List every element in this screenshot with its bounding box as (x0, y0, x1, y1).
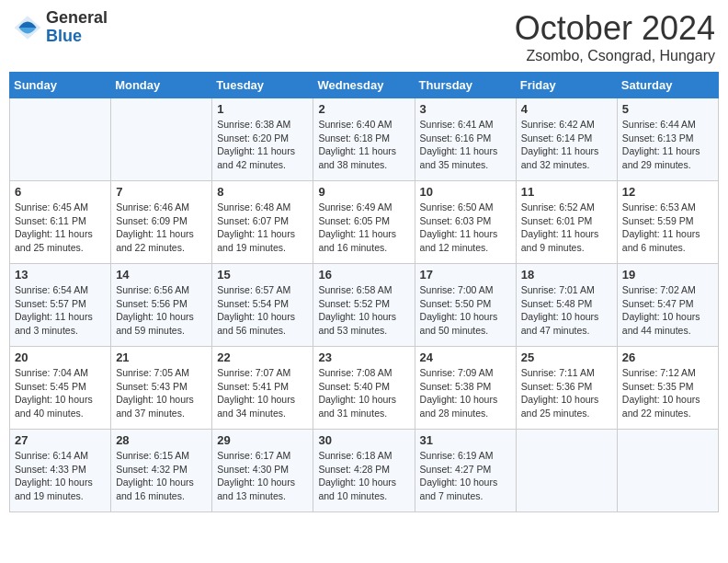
day-number: 28 (116, 433, 207, 447)
calendar-cell (111, 98, 212, 181)
day-number: 2 (318, 102, 409, 116)
day-number: 13 (15, 268, 106, 282)
calendar-header: SundayMondayTuesdayWednesdayThursdayFrid… (10, 73, 719, 98)
day-info: Sunrise: 6:42 AMSunset: 6:14 PMDaylight:… (521, 118, 612, 172)
calendar-cell: 1Sunrise: 6:38 AMSunset: 6:20 PMDaylight… (212, 98, 313, 181)
calendar-table: SundayMondayTuesdayWednesdayThursdayFrid… (9, 72, 719, 512)
day-number: 21 (116, 350, 207, 364)
day-info: Sunrise: 7:00 AMSunset: 5:50 PMDaylight:… (420, 283, 511, 338)
day-info: Sunrise: 6:40 AMSunset: 6:18 PMDaylight:… (318, 118, 409, 172)
calendar-cell: 13Sunrise: 6:54 AMSunset: 5:57 PMDayligh… (10, 264, 111, 347)
calendar-cell: 11Sunrise: 6:52 AMSunset: 6:01 PMDayligh… (516, 181, 617, 264)
day-info: Sunrise: 6:53 AMSunset: 5:59 PMDaylight:… (622, 201, 713, 255)
day-info: Sunrise: 6:46 AMSunset: 6:09 PMDaylight:… (116, 201, 207, 255)
calendar-cell: 12Sunrise: 6:53 AMSunset: 5:59 PMDayligh… (617, 181, 718, 264)
day-number: 5 (622, 102, 713, 116)
day-number: 27 (15, 433, 106, 447)
calendar-cell: 21Sunrise: 7:05 AMSunset: 5:43 PMDayligh… (111, 347, 212, 430)
day-number: 31 (420, 433, 511, 447)
day-number: 4 (521, 102, 612, 116)
day-info: Sunrise: 6:54 AMSunset: 5:57 PMDaylight:… (15, 283, 106, 338)
calendar-week-4: 20Sunrise: 7:04 AMSunset: 5:45 PMDayligh… (10, 347, 719, 430)
calendar-cell: 15Sunrise: 6:57 AMSunset: 5:54 PMDayligh… (212, 264, 313, 347)
day-info: Sunrise: 6:48 AMSunset: 6:07 PMDaylight:… (217, 201, 308, 255)
day-info: Sunrise: 6:45 AMSunset: 6:11 PMDaylight:… (15, 201, 106, 255)
day-number: 12 (622, 185, 713, 199)
calendar-cell: 20Sunrise: 7:04 AMSunset: 5:45 PMDayligh… (10, 347, 111, 430)
day-of-week-monday: Monday (111, 73, 212, 98)
day-info: Sunrise: 6:49 AMSunset: 6:05 PMDaylight:… (318, 201, 409, 255)
calendar-week-2: 6Sunrise: 6:45 AMSunset: 6:11 PMDaylight… (10, 181, 719, 264)
day-info: Sunrise: 6:14 AMSunset: 4:33 PMDaylight:… (15, 449, 106, 503)
day-info: Sunrise: 7:09 AMSunset: 5:38 PMDaylight:… (420, 366, 511, 420)
day-number: 1 (217, 102, 308, 116)
calendar-cell: 28Sunrise: 6:15 AMSunset: 4:32 PMDayligh… (111, 430, 212, 512)
day-number: 18 (521, 268, 612, 282)
day-number: 10 (420, 185, 511, 199)
calendar-cell: 30Sunrise: 6:18 AMSunset: 4:28 PMDayligh… (313, 430, 415, 512)
day-info: Sunrise: 7:02 AMSunset: 5:47 PMDaylight:… (622, 283, 713, 338)
calendar-cell: 18Sunrise: 7:01 AMSunset: 5:48 PMDayligh… (516, 264, 617, 347)
day-info: Sunrise: 6:44 AMSunset: 6:13 PMDaylight:… (622, 118, 713, 172)
calendar-cell: 2Sunrise: 6:40 AMSunset: 6:18 PMDaylight… (313, 98, 415, 181)
day-number: 14 (116, 268, 207, 282)
logo-blue: Blue (46, 28, 108, 46)
logo-general: General (46, 9, 108, 28)
calendar-cell: 16Sunrise: 6:58 AMSunset: 5:52 PMDayligh… (313, 264, 415, 347)
calendar-cell: 19Sunrise: 7:02 AMSunset: 5:47 PMDayligh… (617, 264, 718, 347)
calendar-cell: 26Sunrise: 7:12 AMSunset: 5:35 PMDayligh… (617, 347, 718, 430)
month-title: October 2024 (515, 9, 715, 48)
calendar-cell: 3Sunrise: 6:41 AMSunset: 6:16 PMDaylight… (415, 98, 516, 181)
day-number: 23 (318, 350, 409, 364)
day-number: 8 (217, 185, 308, 199)
day-of-week-wednesday: Wednesday (313, 73, 415, 98)
logo-text: General Blue (46, 9, 108, 46)
calendar-cell: 14Sunrise: 6:56 AMSunset: 5:56 PMDayligh… (111, 264, 212, 347)
calendar-cell: 5Sunrise: 6:44 AMSunset: 6:13 PMDaylight… (617, 98, 718, 181)
calendar-week-3: 13Sunrise: 6:54 AMSunset: 5:57 PMDayligh… (10, 264, 719, 347)
calendar-cell: 7Sunrise: 6:46 AMSunset: 6:09 PMDaylight… (111, 181, 212, 264)
day-number: 16 (318, 268, 409, 282)
calendar-cell: 31Sunrise: 6:19 AMSunset: 4:27 PMDayligh… (415, 430, 516, 512)
calendar-cell: 8Sunrise: 6:48 AMSunset: 6:07 PMDaylight… (212, 181, 313, 264)
calendar-cell: 9Sunrise: 6:49 AMSunset: 6:05 PMDaylight… (313, 181, 415, 264)
day-info: Sunrise: 7:08 AMSunset: 5:40 PMDaylight:… (318, 366, 409, 420)
day-info: Sunrise: 6:58 AMSunset: 5:52 PMDaylight:… (318, 283, 409, 338)
day-number: 6 (15, 185, 106, 199)
calendar-cell: 4Sunrise: 6:42 AMSunset: 6:14 PMDaylight… (516, 98, 617, 181)
day-info: Sunrise: 6:17 AMSunset: 4:30 PMDaylight:… (217, 449, 308, 503)
day-info: Sunrise: 7:01 AMSunset: 5:48 PMDaylight:… (521, 283, 612, 338)
calendar-cell (617, 430, 718, 512)
calendar-cell (10, 98, 111, 181)
day-number: 9 (318, 185, 409, 199)
day-info: Sunrise: 6:15 AMSunset: 4:32 PMDaylight:… (116, 449, 207, 503)
logo: General Blue (13, 9, 108, 46)
calendar-week-5: 27Sunrise: 6:14 AMSunset: 4:33 PMDayligh… (10, 430, 719, 512)
calendar-cell: 25Sunrise: 7:11 AMSunset: 5:36 PMDayligh… (516, 347, 617, 430)
day-info: Sunrise: 6:38 AMSunset: 6:20 PMDaylight:… (217, 118, 308, 172)
day-number: 11 (521, 185, 612, 199)
calendar-cell: 22Sunrise: 7:07 AMSunset: 5:41 PMDayligh… (212, 347, 313, 430)
day-number: 17 (420, 268, 511, 282)
day-number: 24 (420, 350, 511, 364)
day-of-week-thursday: Thursday (415, 73, 516, 98)
day-of-week-friday: Friday (516, 73, 617, 98)
calendar-cell: 27Sunrise: 6:14 AMSunset: 4:33 PMDayligh… (10, 430, 111, 512)
day-number: 30 (318, 433, 409, 447)
day-info: Sunrise: 6:50 AMSunset: 6:03 PMDaylight:… (420, 201, 511, 255)
calendar-cell (516, 430, 617, 512)
logo-icon (13, 13, 42, 42)
day-info: Sunrise: 6:18 AMSunset: 4:28 PMDaylight:… (318, 449, 409, 503)
day-number: 20 (15, 350, 106, 364)
day-of-week-tuesday: Tuesday (212, 73, 313, 98)
calendar-cell: 23Sunrise: 7:08 AMSunset: 5:40 PMDayligh… (313, 347, 415, 430)
day-info: Sunrise: 7:12 AMSunset: 5:35 PMDaylight:… (622, 366, 713, 420)
day-of-week-sunday: Sunday (10, 73, 111, 98)
title-block: October 2024 Zsombo, Csongrad, Hungary (515, 9, 715, 64)
day-info: Sunrise: 7:05 AMSunset: 5:43 PMDaylight:… (116, 366, 207, 420)
day-number: 22 (217, 350, 308, 364)
calendar-cell: 29Sunrise: 6:17 AMSunset: 4:30 PMDayligh… (212, 430, 313, 512)
day-info: Sunrise: 7:07 AMSunset: 5:41 PMDaylight:… (217, 366, 308, 420)
calendar-cell: 10Sunrise: 6:50 AMSunset: 6:03 PMDayligh… (415, 181, 516, 264)
day-number: 15 (217, 268, 308, 282)
